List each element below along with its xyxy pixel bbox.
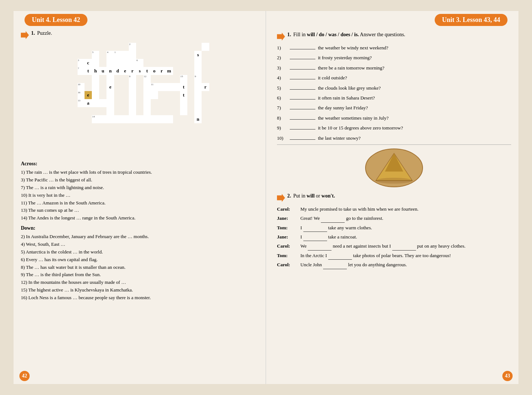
right-unit-header: Unit 3. Lesson 43, 44 bbox=[435, 14, 507, 26]
arrow-icon-ex2 bbox=[277, 194, 285, 202]
dialogue-jane-1: Jane: Great! We go to the rainforest. bbox=[277, 214, 511, 222]
clue-down-16: 16) Loch Ness is a famous … because peop… bbox=[21, 294, 258, 302]
right-panel: Unit 3. Lesson 43, 44 1. Fill in will / … bbox=[266, 11, 518, 384]
exercise1-num: 1. bbox=[31, 30, 35, 36]
clue-down-12: 12) In the mountains the houses are usua… bbox=[21, 279, 258, 286]
down-header: Down: bbox=[21, 224, 258, 232]
question-7: 7) the day sunny last Friday? bbox=[277, 104, 511, 112]
arrow-icon-right bbox=[277, 33, 285, 41]
clue-down-2: 2) In Australia December, January and Fe… bbox=[21, 233, 258, 241]
clue-across-1: 1) The rain … is the wet place with lots… bbox=[21, 169, 258, 176]
across-clues: 1) The rain … is the wet place with lots… bbox=[21, 169, 258, 222]
ex2-instruction: Put in will or won't. bbox=[293, 193, 335, 199]
exercise2-section: 2. Put in will or won't. Carol: My uncle… bbox=[277, 193, 511, 269]
ex1-label: 1. bbox=[287, 32, 291, 38]
blank-jane1[interactable] bbox=[321, 217, 345, 223]
svg-point-4 bbox=[376, 178, 412, 184]
question-10: 10) the last winter snowy? bbox=[277, 134, 511, 142]
blank-carol2b[interactable] bbox=[392, 245, 416, 251]
blank-jane2[interactable] bbox=[303, 235, 327, 241]
pyramid-container bbox=[277, 148, 511, 188]
arrow-icon bbox=[21, 31, 29, 39]
left-panel: Unit 4. Lesson 42 1. Puzzle. 2 bbox=[14, 11, 266, 384]
blank-1[interactable] bbox=[290, 44, 315, 49]
page-number-left: 42 bbox=[19, 371, 30, 381]
down-clues: 2) In Australia December, January and Fe… bbox=[21, 233, 258, 301]
across-header: Across: bbox=[21, 160, 258, 168]
question-1: 1) the weather be windy next weekend? bbox=[277, 44, 511, 52]
blank-tom1[interactable] bbox=[303, 226, 327, 232]
clue-across-14: 14) The Andes is the longest … range in … bbox=[21, 214, 258, 222]
exercise1-header: 1. Puzzle. bbox=[21, 30, 258, 39]
exercise2-header: 2. Put in will or won't. bbox=[277, 193, 511, 202]
crossword-grid: 2 5 4 1 bbox=[70, 43, 209, 156]
blank-9[interactable] bbox=[290, 124, 315, 129]
dialogue: Carol: My uncle promised to take us with… bbox=[277, 205, 511, 269]
clue-across-10: 10) It is very hot in the … bbox=[21, 192, 258, 199]
question-5: 5) the clouds look like grey smoke? bbox=[277, 84, 511, 92]
clue-down-15: 15) The highest active … is Klyuchevskay… bbox=[21, 286, 258, 294]
dialogue-tom-1: Tom: I take any warm clothes. bbox=[277, 223, 511, 232]
left-unit-header: Unit 4. Lesson 42 bbox=[25, 14, 87, 26]
blank-tom2[interactable] bbox=[328, 254, 352, 260]
question-8: 8) the weather sometimes rainy in July? bbox=[277, 114, 511, 122]
blank-carol2a[interactable] bbox=[308, 245, 331, 251]
clue-across-7: 7) The … is a rain with lightning and no… bbox=[21, 184, 258, 192]
blank-6[interactable] bbox=[290, 94, 315, 99]
blank-carol3[interactable] bbox=[323, 263, 347, 269]
blank-10[interactable] bbox=[290, 134, 315, 140]
question-9: 9) it be 10 or 15 degrees above zero tom… bbox=[277, 124, 511, 132]
clue-across-11: 11) The … Amazon is in the South America… bbox=[21, 199, 258, 207]
clue-down-8: 8) The … has salt water but it is smalle… bbox=[21, 264, 258, 271]
clue-down-9: 9) The … is the third planet from the Su… bbox=[21, 271, 258, 279]
dialogue-carol-2: Carol: We need a net against insects but… bbox=[277, 242, 511, 250]
ex2-label: 2. bbox=[287, 193, 291, 199]
clues-section: Across: 1) The rain … is the wet place w… bbox=[21, 160, 258, 302]
dialogue-carol-3: Carol: Uncle John let you do anything da… bbox=[277, 260, 511, 269]
pyramid-illustration bbox=[365, 148, 423, 188]
fill-questions: 1) the weather be windy next weekend? 2)… bbox=[277, 44, 511, 142]
blank-5[interactable] bbox=[290, 84, 315, 90]
question-4: 4) it cold outside? bbox=[277, 74, 511, 82]
blank-2[interactable] bbox=[290, 53, 315, 59]
page-number-right: 43 bbox=[502, 371, 513, 381]
question-3: 3) there be a rain tomorrow morning? bbox=[277, 64, 511, 72]
blank-4[interactable] bbox=[290, 74, 315, 79]
clue-down-4: 4) West, South, East … bbox=[21, 241, 258, 248]
crossword-table: 2 5 4 1 bbox=[78, 43, 209, 123]
clue-across-3: 3) The Pacific … is the biggest of all. bbox=[21, 176, 258, 184]
question-2: 2) it frosty yesterday morning? bbox=[277, 53, 511, 62]
exercise1-title: Puzzle. bbox=[37, 30, 52, 36]
exercise1-right-header: 1. Fill in will / do / was / does / is. … bbox=[277, 32, 511, 41]
ex1-instruction: Fill in will / do / was / does / is. Ans… bbox=[293, 32, 405, 38]
divider-1 bbox=[277, 144, 511, 145]
dialogue-carol-1: Carol: My uncle promised to take us with… bbox=[277, 205, 511, 213]
dialogue-tom-2: Tom: In the Arctic I take photos of pola… bbox=[277, 251, 511, 260]
question-6: 6) it often rain in Sahara Desert? bbox=[277, 94, 511, 102]
blank-3[interactable] bbox=[290, 64, 315, 69]
clue-across-13: 13) The sun comes up at he … bbox=[21, 207, 258, 214]
clue-down-5: 5) Antarctica is the coldest … in the wo… bbox=[21, 248, 258, 256]
blank-7[interactable] bbox=[290, 104, 315, 109]
blank-8[interactable] bbox=[290, 114, 315, 120]
dialogue-jane-2: Jane: I take a raincoat. bbox=[277, 233, 511, 241]
page: Unit 4. Lesson 42 1. Puzzle. 2 bbox=[14, 11, 518, 384]
clue-down-6: 6) Every … has its own capital and flag. bbox=[21, 256, 258, 264]
